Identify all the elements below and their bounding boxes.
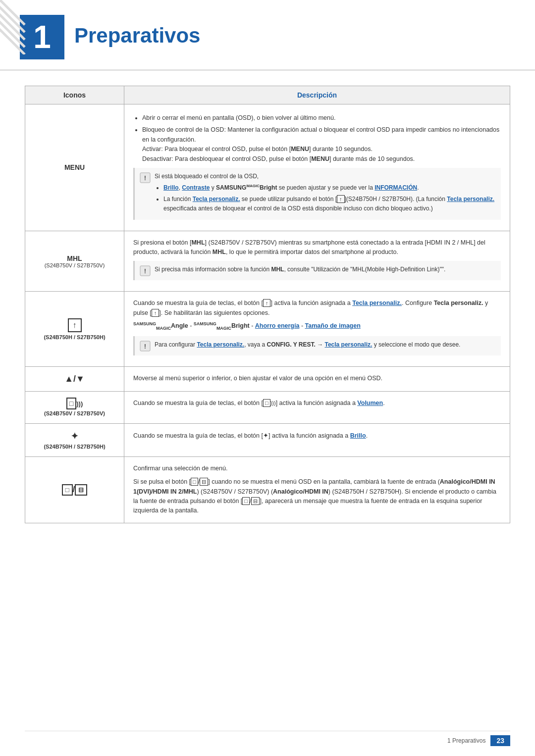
icon-menu: MENU [25, 104, 124, 231]
monitor-symbol: □/⊟ [34, 485, 115, 495]
desc-updown-main: Moverse al menú superior o inferior, o b… [133, 374, 501, 383]
arrow-up-sub: (S24B750H / S27B750H) [34, 334, 115, 340]
desc-speaker-main: Cuando se muestra la guía de teclas, el … [133, 399, 501, 408]
diagonal-decoration [0, 0, 30, 54]
main-content: Iconos Descripción MENU Abrir o cerrar e… [0, 86, 535, 543]
main-table: Iconos Descripción MENU Abrir o cerrar e… [25, 86, 510, 523]
chapter-title: Preparativos [74, 15, 200, 48]
menu-label: MENU [64, 163, 85, 171]
svg-text:!: ! [144, 343, 146, 350]
note-menu-bullet2: La función Tecla personaliz. se puede ut… [163, 195, 496, 213]
desc-mhl: Si presiona el botón [MHL] (S24B750V / S… [124, 231, 510, 292]
desc-sun-main: Cuando se muestra la guía de teclas, el … [133, 431, 501, 441]
svg-text:!: ! [144, 267, 146, 275]
note-text-arrow-up: Para configurar Tecla personaliz., vaya … [155, 340, 460, 349]
header-iconos: Iconos [25, 86, 124, 104]
footer-right: 1 Preparativos 23 [447, 735, 510, 746]
header-descripcion: Descripción [124, 86, 510, 104]
info-icon-mhl: ! [140, 265, 151, 276]
table-row: □))) (S24B750V / S27B750V) Cuando se mue… [25, 391, 510, 423]
table-row: MHL (S24B750V / S27B750V) Si presiona el… [25, 231, 510, 292]
note-box-arrow-up: ! Para configurar Tecla personaliz., vay… [133, 336, 501, 355]
table-row: ↑ (S24B750H / S27B750H) Cuando se muestr… [25, 292, 510, 366]
icon-speaker: □))) (S24B750V / S27B750V) [25, 391, 124, 423]
note-text-mhl: Si precisa más información sobre la func… [155, 265, 445, 274]
desc-monitor: Confirmar una selección de menú. Si se p… [124, 456, 510, 523]
desc-sun: Cuando se muestra la guía de teclas, el … [124, 423, 510, 456]
table-row: ▲/▼ Moverse al menú superior o inferior,… [25, 366, 510, 391]
note-text-menu: Si está bloqueado el control de la OSD, … [155, 172, 496, 216]
desc-arrow-up-options: SAMSUNGMAGICAngle - SAMSUNGMAGICBright -… [133, 321, 501, 332]
page-footer: 1 Preparativos 23 [25, 731, 510, 746]
desc-updown: Moverse al menú superior o inferior, o b… [124, 366, 510, 391]
arrow-up-symbol: ↑ [68, 318, 82, 332]
desc-menu-item1: Abrir o cerrar el menú en pantalla (OSD)… [142, 113, 501, 123]
desc-arrow-up: Cuando se muestra la guía de teclas, el … [124, 292, 510, 366]
mhl-label: MHL [34, 254, 115, 262]
desc-menu: Abrir o cerrar el menú en pantalla (OSD)… [124, 104, 510, 231]
speaker-sub: (S24B750V / S27B750V) [34, 410, 115, 416]
note-box-menu: ! Si está bloqueado el control de la OSD… [133, 168, 501, 220]
icon-mhl: MHL (S24B750V / S27B750V) [25, 231, 124, 292]
page-number: 23 [490, 735, 510, 746]
note-menu-bullet1: Brillo, Contraste y SAMSUNGMAGICBright s… [163, 183, 496, 193]
updown-symbol: ▲/▼ [64, 374, 85, 384]
footer-chapter-text: 1 Preparativos [447, 737, 485, 744]
note-box-mhl: ! Si precisa más información sobre la fu… [133, 261, 501, 280]
icon-sun: ✦ (S24B750H / S27B750H) [25, 423, 124, 456]
desc-arrow-up-main: Cuando se muestra la guía de teclas, el … [133, 299, 501, 318]
desc-mhl-main: Si presiona el botón [MHL] (S24B750V / S… [133, 238, 501, 257]
sun-sub: (S24B750H / S27B750H) [34, 444, 115, 450]
desc-menu-item2: Bloqueo de control de la OSD: Mantener l… [142, 125, 501, 164]
info-icon: ! [140, 172, 151, 183]
table-row: □/⊟ Confirmar una selección de menú. Si … [25, 456, 510, 523]
desc-speaker: Cuando se muestra la guía de teclas, el … [124, 391, 510, 423]
page-header: 1 Preparativos [0, 0, 535, 71]
mhl-sub: (S24B750V / S27B750V) [34, 262, 115, 268]
info-icon-arrow-up: ! [140, 341, 151, 352]
desc-monitor-confirm: Confirmar una selección de menú. [133, 464, 501, 473]
icon-updown: ▲/▼ [25, 366, 124, 391]
table-row: ✦ (S24B750H / S27B750H) Cuando se muestr… [25, 423, 510, 456]
icon-monitor: □/⊟ [25, 456, 124, 523]
table-row: MENU Abrir o cerrar el menú en pantalla … [25, 104, 510, 231]
svg-text:!: ! [144, 174, 146, 182]
icon-arrow-up: ↑ (S24B750H / S27B750H) [25, 292, 124, 366]
speaker-symbol: □))) [34, 399, 115, 408]
desc-monitor-source: Si se pulsa el botón [□/⊟] cuando no se … [133, 477, 501, 516]
sun-symbol: ✦ [34, 431, 115, 442]
